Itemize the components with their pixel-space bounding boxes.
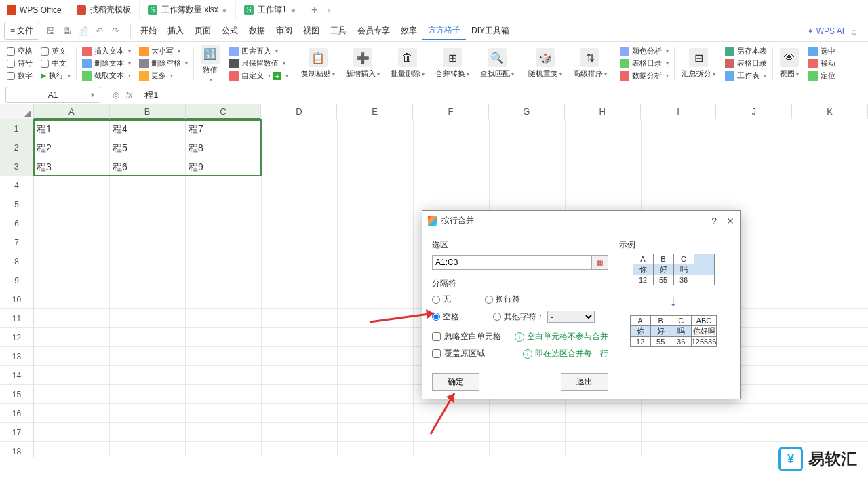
cell[interactable]: [566, 176, 642, 195]
cell[interactable]: [793, 195, 868, 214]
row-header-3[interactable]: 3: [0, 157, 34, 176]
close-icon[interactable]: ✕: [726, 216, 734, 226]
search-icon[interactable]: ⌕: [851, 25, 857, 37]
cell[interactable]: [110, 233, 186, 252]
ok-button[interactable]: 确定: [432, 373, 479, 391]
cell[interactable]: [642, 157, 717, 176]
cell[interactable]: [186, 233, 262, 252]
file-menu[interactable]: ≡ 文件: [4, 22, 39, 40]
worksheet[interactable]: 工作表▾: [725, 71, 767, 81]
name-box[interactable]: A1 ▼: [5, 87, 100, 103]
table-toc[interactable]: 表格目录▾: [620, 58, 669, 68]
cell[interactable]: [262, 138, 338, 157]
cell[interactable]: [110, 271, 186, 290]
menu-fanggezi[interactable]: 方方格子: [422, 22, 466, 40]
check-chinese[interactable]: 中文: [41, 58, 71, 68]
cell[interactable]: [566, 404, 642, 423]
cell[interactable]: [338, 176, 414, 195]
cell[interactable]: [262, 290, 338, 309]
cell[interactable]: [34, 366, 110, 385]
cell[interactable]: [110, 442, 186, 457]
value-button[interactable]: 🔢数值▾: [197, 43, 224, 84]
col-header-F[interactable]: F: [413, 104, 489, 119]
check-english[interactable]: 英文: [41, 46, 71, 56]
col-header-I[interactable]: I: [641, 104, 717, 119]
cell[interactable]: [110, 423, 186, 442]
cell[interactable]: [338, 157, 414, 176]
cell[interactable]: [186, 214, 262, 233]
row-header-2[interactable]: 2: [0, 138, 34, 157]
cell[interactable]: [793, 366, 868, 385]
cell[interactable]: [262, 271, 338, 290]
menu-member[interactable]: 会员专享: [352, 22, 395, 39]
radio-newline[interactable]: 换行符: [485, 294, 520, 305]
formula-input[interactable]: 程1: [139, 89, 868, 101]
cell[interactable]: [717, 138, 793, 157]
row-header-16[interactable]: 16: [0, 404, 34, 423]
check-space[interactable]: 空格: [7, 46, 33, 56]
cell[interactable]: 程6: [110, 157, 186, 176]
cell[interactable]: 程4: [110, 119, 186, 138]
col-header-C[interactable]: C: [186, 104, 262, 119]
menu-diy[interactable]: DIY工具箱: [466, 22, 515, 39]
menu-review[interactable]: 审阅: [271, 22, 298, 39]
cell[interactable]: [262, 233, 338, 252]
col-header-D[interactable]: D: [261, 104, 337, 119]
cell[interactable]: [262, 195, 338, 214]
tab-templates[interactable]: 找稻壳模板: [68, 1, 140, 20]
col-header-A[interactable]: A: [34, 104, 110, 119]
cell[interactable]: [186, 347, 262, 366]
menu-efficiency[interactable]: 效率: [395, 22, 422, 39]
cell[interactable]: [338, 233, 414, 252]
row-header-13[interactable]: 13: [0, 347, 34, 366]
cell[interactable]: 程5: [110, 138, 186, 157]
cell[interactable]: 程7: [186, 119, 262, 138]
cell[interactable]: 程2: [34, 138, 110, 157]
wps-ai-button[interactable]: ✦WPS AI: [807, 26, 844, 36]
tab-add-button[interactable]: +: [304, 4, 324, 16]
cell[interactable]: [262, 366, 338, 385]
cell[interactable]: [110, 252, 186, 271]
undo-icon[interactable]: ↶: [94, 26, 104, 37]
cell[interactable]: [793, 157, 868, 176]
cell[interactable]: [34, 195, 110, 214]
check-symbol[interactable]: 符号: [7, 58, 33, 68]
table-toc2[interactable]: 表格目录: [725, 58, 767, 68]
cell[interactable]: [34, 214, 110, 233]
cell[interactable]: [34, 423, 110, 442]
cell[interactable]: [338, 271, 414, 290]
cancel-button[interactable]: 退出: [561, 373, 608, 391]
row-header-5[interactable]: 5: [0, 195, 34, 214]
save-sheet[interactable]: 另存本表: [725, 46, 767, 56]
cell[interactable]: [338, 366, 414, 385]
cell[interactable]: [414, 119, 490, 138]
cell[interactable]: [338, 385, 414, 404]
cell[interactable]: [34, 290, 110, 309]
cell[interactable]: [186, 290, 262, 309]
cell[interactable]: [793, 423, 868, 442]
cell[interactable]: [793, 404, 868, 423]
cell[interactable]: [34, 271, 110, 290]
cell[interactable]: [414, 404, 490, 423]
cell[interactable]: [338, 442, 414, 457]
row-header-7[interactable]: 7: [0, 233, 34, 252]
menu-start[interactable]: 开始: [135, 22, 162, 39]
cell[interactable]: [262, 176, 338, 195]
menu-formula[interactable]: 公式: [216, 22, 243, 39]
delete-text[interactable]: 删除文本▾: [82, 58, 131, 68]
cell[interactable]: [642, 404, 717, 423]
check-ignore-blank[interactable]: 忽略空白单元格: [432, 331, 501, 342]
cell[interactable]: [110, 309, 186, 328]
cell[interactable]: [338, 252, 414, 271]
cell[interactable]: [338, 195, 414, 214]
cell[interactable]: [262, 404, 338, 423]
preview-icon[interactable]: 📄: [77, 26, 88, 37]
cell[interactable]: [642, 423, 717, 442]
cell[interactable]: [338, 309, 414, 328]
cell[interactable]: [186, 404, 262, 423]
row-header-10[interactable]: 10: [0, 290, 34, 309]
col-header-K[interactable]: K: [792, 104, 868, 119]
cell[interactable]: [262, 309, 338, 328]
cell[interactable]: [717, 157, 793, 176]
col-header-B[interactable]: B: [110, 104, 186, 119]
